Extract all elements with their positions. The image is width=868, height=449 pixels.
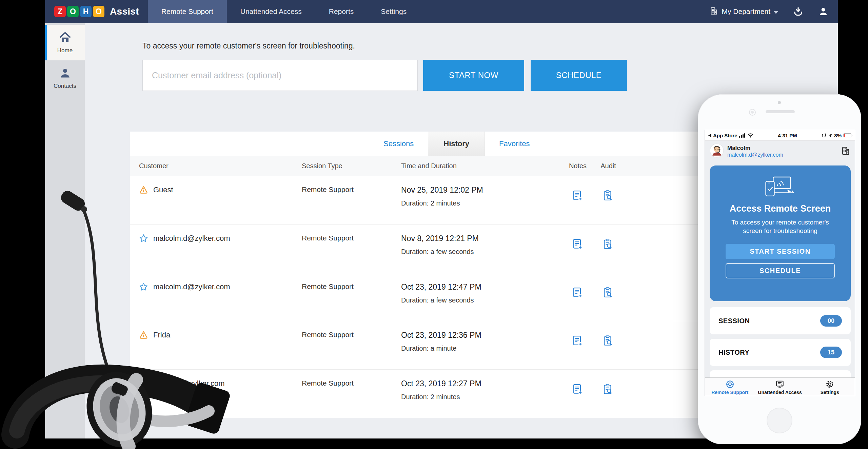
status-right: 8% — [822, 133, 851, 138]
phone-nav-unattended-access: Unattended Access — [755, 378, 805, 396]
phone-bottom-nav: Remote Support Unattended Access Setting… — [705, 377, 855, 396]
add-note-icon[interactable] — [573, 335, 583, 346]
session-type: Remote Support — [302, 282, 401, 321]
session-type: Remote Support — [302, 234, 401, 273]
tab-sessions[interactable]: Sessions — [369, 132, 428, 156]
status-time: 4:31 PM — [753, 133, 822, 138]
home-icon — [59, 32, 71, 45]
session-duration: Duration: 2 minutes — [401, 393, 564, 401]
navbar-right: My Department — [709, 6, 828, 17]
add-note-icon[interactable] — [573, 239, 583, 250]
tab-history[interactable]: History — [428, 132, 485, 156]
audit-icon[interactable] — [604, 384, 613, 395]
back-label: App Store — [713, 133, 737, 138]
logo-tile-h: H — [80, 6, 92, 17]
profile-name: Malcolm — [727, 145, 783, 152]
back-icon — [708, 134, 711, 137]
session-time: Nov 25, 2019 12:02 PM — [401, 186, 564, 195]
brand-name: Assist — [110, 6, 139, 17]
audit-icon[interactable] — [604, 239, 613, 250]
start-now-button[interactable]: START NOW — [423, 60, 524, 91]
star-icon[interactable] — [139, 282, 148, 293]
logo-tile-o2: O — [93, 6, 104, 17]
alert-icon — [139, 185, 148, 196]
profile-text: Malcolm malcolm.d@zylker.com — [727, 145, 783, 158]
orientation-lock-icon — [822, 133, 826, 138]
phone-nav-label: Unattended Access — [758, 390, 802, 395]
session-duration: Duration: a minute — [401, 345, 564, 352]
remote-card-description: To access your remote customer's screen … — [710, 218, 851, 235]
session-type: Remote Support — [302, 331, 401, 369]
nav-tab-unattended-access[interactable]: Unattended Access — [227, 0, 315, 23]
lifesaver-icon — [726, 380, 734, 389]
primary-nav: Remote Support Unattended Access Reports… — [148, 0, 420, 23]
session-duration: Duration: a few seconds — [401, 296, 564, 304]
audit-icon[interactable] — [604, 190, 613, 201]
star-icon[interactable] — [139, 379, 148, 390]
audit-icon[interactable] — [604, 287, 613, 298]
sidebar-item-contacts[interactable]: Contacts — [45, 60, 85, 96]
counter-label: SESSION — [718, 317, 750, 325]
customer-name: jonathan@zylker.com — [153, 379, 225, 388]
logo-tile-z: Z — [54, 6, 66, 17]
department-selector[interactable]: My Department — [709, 6, 778, 17]
phone-nav-settings: Settings — [805, 378, 855, 396]
phone-nav-remote-support: Remote Support — [705, 378, 755, 396]
add-note-icon[interactable] — [573, 190, 583, 201]
nav-tab-settings[interactable]: Settings — [367, 0, 420, 23]
zoho-logo: Z O H O Assist — [54, 6, 139, 17]
monitor-icon — [775, 380, 784, 389]
col-notes: Notes — [564, 162, 591, 170]
counter-label: HISTORY — [718, 349, 749, 356]
department-icon — [709, 6, 718, 17]
phone-mockup: App Store 4:31 PM 8% Malcolm — [698, 94, 861, 444]
phone-speaker — [766, 110, 795, 113]
tab-favorites[interactable]: Favorites — [485, 132, 544, 156]
nav-tab-reports[interactable]: Reports — [315, 0, 368, 23]
start-session-button: START SESSION — [726, 244, 835, 259]
session-duration: Duration: 2 minutes — [401, 199, 564, 207]
col-session-type: Session Type — [302, 162, 401, 170]
phone-schedule-button: SCHEDULE — [726, 263, 835, 278]
remote-card-title: Access Remote Screen — [710, 203, 851, 214]
chevron-down-icon — [774, 7, 778, 16]
counter-badge: 15 — [820, 347, 842, 358]
phone-screen: App Store 4:31 PM 8% Malcolm — [705, 130, 855, 396]
schedule-button[interactable]: SCHEDULE — [531, 60, 627, 91]
phone-camera-dot — [778, 101, 781, 104]
sidebar-item-home[interactable]: Home — [45, 25, 85, 60]
phone-home-button — [767, 408, 792, 433]
session-time: Oct 23, 2019 12:36 PM — [401, 331, 564, 340]
counter-badge: 00 — [820, 315, 842, 327]
customer-name: Guest — [153, 186, 173, 194]
sidebar-item-label: Contacts — [54, 83, 76, 90]
customer-name: Frida — [153, 331, 170, 339]
customer-email-input[interactable] — [142, 60, 418, 91]
session-type: Remote Support — [302, 186, 401, 224]
gear-icon — [825, 380, 834, 389]
download-icon[interactable] — [793, 6, 803, 17]
user-icon[interactable] — [818, 6, 828, 17]
screenshot-canvas: Z O H O Assist Remote Support Unattended… — [0, 0, 868, 449]
session-time: Oct 23, 2019 12:47 PM — [401, 282, 564, 292]
left-sidebar: Home Contacts — [45, 23, 85, 438]
star-icon[interactable] — [139, 234, 148, 245]
col-customer: Customer — [130, 162, 302, 170]
battery-percent: 8% — [834, 133, 842, 138]
col-audit: Audit — [591, 162, 625, 170]
add-note-icon[interactable] — [573, 384, 583, 395]
sidebar-item-label: Home — [57, 47, 73, 54]
col-time-duration: Time and Duration — [401, 162, 564, 170]
profile-email: malcolm.d@zylker.com — [727, 152, 783, 158]
signal-bars-icon — [739, 133, 746, 138]
nav-tab-remote-support[interactable]: Remote Support — [148, 0, 227, 23]
alert-icon — [139, 330, 148, 341]
contacts-icon — [59, 67, 71, 80]
phone-nav-label: Remote Support — [711, 390, 748, 395]
access-remote-screen-card: Access Remote Screen To access your remo… — [710, 165, 851, 301]
audit-icon[interactable] — [604, 335, 613, 346]
history-counter-card: HISTORY 15 — [710, 339, 851, 366]
add-note-icon[interactable] — [573, 287, 583, 298]
intro-text: To access your remote customer's screen … — [142, 41, 355, 51]
logo-tile-o1: O — [67, 6, 79, 17]
